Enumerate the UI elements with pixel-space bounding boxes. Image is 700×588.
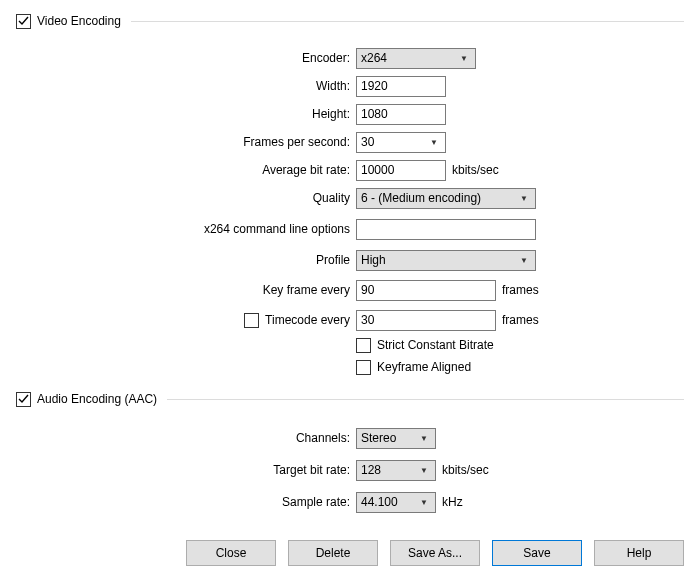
timecode-unit: frames — [502, 313, 539, 327]
profile-label: Profile — [316, 253, 350, 267]
audio-encoding-checkbox[interactable] — [16, 392, 31, 407]
encoder-label: Encoder: — [302, 51, 350, 65]
button-bar: Close Delete Save As... Save Help — [0, 530, 700, 580]
quality-label: Quality — [313, 191, 350, 205]
video-encoding-checkbox[interactable] — [16, 14, 31, 29]
chevron-down-icon: ▼ — [417, 434, 431, 443]
keyframe-label: Key frame every — [263, 283, 350, 297]
chevron-down-icon: ▼ — [417, 498, 431, 507]
sample-rate-label: Sample rate: — [282, 495, 350, 509]
timecode-input[interactable] — [356, 310, 496, 331]
avg-bitrate-label: Average bit rate: — [262, 163, 350, 177]
fps-label: Frames per second: — [243, 135, 350, 149]
avg-bitrate-unit: kbits/sec — [452, 163, 499, 177]
divider — [167, 399, 684, 400]
target-bitrate-label: Target bit rate: — [273, 463, 350, 477]
target-bitrate-unit: kbits/sec — [442, 463, 489, 477]
width-label: Width: — [316, 79, 350, 93]
cmdline-label: x264 command line options — [204, 222, 350, 236]
close-button[interactable]: Close — [186, 540, 276, 566]
target-bitrate-dropdown[interactable]: 128 ▼ — [356, 460, 436, 481]
quality-dropdown[interactable]: 6 - (Medium encoding) ▼ — [356, 188, 536, 209]
help-button[interactable]: Help — [594, 540, 684, 566]
fps-dropdown[interactable]: 30 ▼ — [356, 132, 446, 153]
keyframe-aligned-label: Keyframe Aligned — [377, 360, 471, 374]
sample-rate-dropdown[interactable]: 44.100 ▼ — [356, 492, 436, 513]
save-as-button[interactable]: Save As... — [390, 540, 480, 566]
strict-cbr-label: Strict Constant Bitrate — [377, 338, 494, 352]
sample-rate-unit: kHz — [442, 495, 463, 509]
chevron-down-icon: ▼ — [427, 138, 441, 147]
audio-encoding-label: Audio Encoding (AAC) — [37, 392, 157, 406]
keyframe-input[interactable] — [356, 280, 496, 301]
height-label: Height: — [312, 107, 350, 121]
chevron-down-icon: ▼ — [417, 466, 431, 475]
cmdline-input[interactable] — [356, 219, 536, 240]
save-button[interactable]: Save — [492, 540, 582, 566]
chevron-down-icon: ▼ — [457, 54, 471, 63]
keyframe-aligned-checkbox[interactable] — [356, 360, 371, 375]
keyframe-unit: frames — [502, 283, 539, 297]
avg-bitrate-input[interactable] — [356, 160, 446, 181]
chevron-down-icon: ▼ — [517, 256, 531, 265]
strict-cbr-checkbox[interactable] — [356, 338, 371, 353]
divider — [131, 21, 684, 22]
timecode-checkbox[interactable] — [244, 313, 259, 328]
chevron-down-icon: ▼ — [517, 194, 531, 203]
timecode-label: Timecode every — [265, 313, 350, 327]
channels-dropdown[interactable]: Stereo ▼ — [356, 428, 436, 449]
width-input[interactable] — [356, 76, 446, 97]
profile-dropdown[interactable]: High ▼ — [356, 250, 536, 271]
encoder-dropdown[interactable]: x264 ▼ — [356, 48, 476, 69]
delete-button[interactable]: Delete — [288, 540, 378, 566]
audio-encoding-group: Audio Encoding (AAC) Channels: Stereo ▼ … — [16, 390, 684, 518]
video-encoding-group: Video Encoding Encoder: x264 ▼ Width: He… — [16, 12, 684, 378]
video-encoding-label: Video Encoding — [37, 14, 121, 28]
height-input[interactable] — [356, 104, 446, 125]
channels-label: Channels: — [296, 431, 350, 445]
